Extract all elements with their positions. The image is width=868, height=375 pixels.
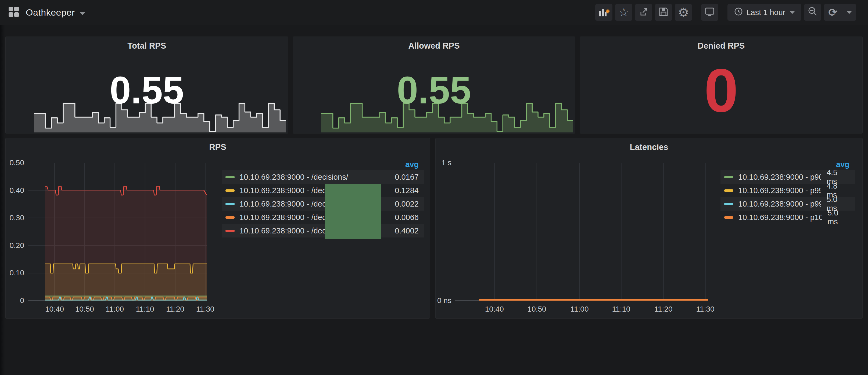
x-tick-label: 11:10 — [612, 305, 630, 313]
panel-denied-rps: Denied RPS 0 — [580, 36, 863, 133]
y-tick-label: 0.30 — [5, 214, 24, 222]
series-color-swatch — [724, 176, 733, 178]
panel-total-rps: Total RPS 0.55 — [5, 36, 288, 133]
x-tick-label: 10:50 — [75, 305, 94, 313]
x-tick-label: 10:40 — [45, 305, 64, 313]
y-tick-label: 0.40 — [5, 186, 24, 195]
legend-row[interactable]: 10.10.69.238:9000 - /decisions/0.1284 — [222, 184, 424, 197]
legend-row[interactable]: 10.10.69.238:9000 - /decisions/0.0167 — [222, 170, 424, 184]
y-tick-label: 0 ns — [434, 296, 452, 305]
series-color-swatch — [225, 176, 235, 178]
panel-title-total-rps[interactable]: Total RPS — [6, 41, 288, 51]
series-color-swatch — [225, 216, 235, 219]
allowed-rps-value: 0.55 — [293, 71, 575, 109]
dashboards-grid-icon[interactable] — [8, 6, 19, 19]
bar-chart-plus-icon — [598, 6, 610, 19]
latencies-plot-area[interactable] — [455, 163, 708, 301]
zoom-out-button[interactable] — [804, 4, 821, 21]
series-name[interactable]: 10.10.69.238:9000 - p100 — [738, 213, 822, 222]
dashboard-title[interactable]: Oathkeeper — [26, 7, 75, 18]
legend-row[interactable]: 10.10.69.238:9000 - p1005.0 ms — [720, 211, 855, 224]
series-color-swatch — [225, 230, 235, 232]
monitor-icon — [704, 6, 716, 19]
stat-row: Total RPS 0.55 Allowed RPS 0.55 Denied R… — [5, 36, 863, 133]
series-name[interactable]: 10.10.69.238:9000 - /decisions/ — [240, 173, 348, 182]
zoom-out-icon — [807, 6, 818, 19]
series-color-swatch — [225, 203, 235, 205]
legend-row[interactable]: 10.10.69.238:9000 - /decisions/0.4002 — [222, 224, 424, 238]
series-avg-value: 0.0167 — [390, 173, 419, 182]
rps-plot-area[interactable] — [28, 163, 207, 301]
x-tick-label: 10:50 — [528, 305, 546, 313]
x-tick-label: 11:10 — [136, 305, 154, 313]
star-button[interactable]: ☆ — [615, 4, 632, 21]
series-name[interactable]: 10.10.69.238:9000 - p95 — [738, 186, 821, 195]
rps-legend: avg10.10.69.238:9000 - /decisions/0.0167… — [222, 158, 424, 238]
panel-title-denied-rps[interactable]: Denied RPS — [580, 41, 862, 51]
y-tick-label: 1 s — [434, 158, 452, 167]
x-tick-label: 11:00 — [570, 305, 589, 313]
series-name[interactable]: 10.10.69.238:9000 - p99 — [738, 199, 821, 209]
x-tick-label: 10:40 — [485, 305, 504, 313]
series-name[interactable]: 10.10.69.238:9000 - p90 — [738, 173, 821, 182]
x-tick-label: 11:30 — [196, 305, 214, 313]
panel-allowed-rps: Allowed RPS 0.55 — [293, 36, 576, 133]
redaction-overlay — [325, 184, 381, 239]
time-range-label: Last 1 hour — [746, 8, 785, 17]
y-tick-label: 0.50 — [5, 158, 24, 167]
share-button[interactable] — [635, 4, 652, 21]
refresh-button[interactable]: ⟳ — [824, 4, 842, 21]
save-icon — [658, 6, 670, 19]
series-color-swatch — [724, 203, 733, 205]
y-tick-label: 0 — [5, 296, 24, 305]
x-tick-label: 11:20 — [654, 305, 673, 313]
clock-icon — [734, 7, 746, 18]
refresh-interval-chevron-down-icon — [846, 11, 852, 14]
series-avg-value: 0.4002 — [390, 226, 419, 235]
time-range-button[interactable]: Last 1 hour — [727, 4, 801, 21]
panel-title-latencies[interactable]: Latencies — [436, 143, 862, 152]
gear-icon: ⚙ — [678, 6, 689, 19]
panel-latencies-graph: Latencies 0 ns1 s10:4010:5011:0011:1011:… — [435, 138, 863, 319]
panel-title-allowed-rps[interactable]: Allowed RPS — [293, 41, 575, 51]
refresh-interval-button[interactable] — [842, 4, 856, 21]
save-button[interactable] — [655, 4, 672, 21]
series-color-swatch — [724, 216, 733, 219]
panel-rps-graph: RPS 00.100.200.300.400.5010:4010:5011:00… — [5, 138, 430, 319]
tv-mode-button[interactable] — [701, 4, 718, 21]
total-rps-value: 0.55 — [6, 71, 288, 109]
series-color-swatch — [724, 189, 733, 192]
dashboard-title-chevron-down-icon[interactable] — [80, 12, 85, 15]
legend-row[interactable]: 10.10.69.238:9000 - /decisions/0.0022 — [222, 197, 424, 211]
x-tick-label: 11:20 — [166, 305, 184, 313]
time-range-chevron-down-icon — [789, 11, 795, 14]
refresh-icon: ⟳ — [828, 7, 837, 18]
refresh-split-button: ⟳ — [824, 4, 856, 21]
navbar-left: Oathkeeper — [8, 6, 85, 19]
navbar: Oathkeeper ☆ — [0, 0, 868, 25]
settings-button[interactable]: ⚙ — [675, 4, 692, 21]
x-tick-label: 11:00 — [105, 305, 124, 313]
star-icon: ☆ — [619, 7, 629, 18]
x-tick-label: 11:30 — [696, 305, 715, 313]
y-tick-label: 0.20 — [5, 241, 24, 250]
series-avg-value: 5.0 ms — [822, 209, 849, 226]
series-color-swatch — [225, 189, 235, 192]
series-avg-value: 0.0022 — [390, 199, 419, 209]
series-avg-value: 0.0066 — [390, 213, 419, 222]
legend-avg-header[interactable]: avg — [222, 158, 424, 170]
share-icon — [638, 6, 650, 19]
navbar-actions: ☆ — [593, 4, 856, 21]
latencies-legend: avg10.10.69.238:9000 - p904.5 ms10.10.69… — [720, 158, 855, 224]
panel-title-rps[interactable]: RPS — [6, 143, 430, 152]
y-tick-label: 0.10 — [5, 269, 24, 277]
grafana-dashboard: Oathkeeper ☆ — [0, 0, 868, 375]
series-avg-value: 0.1284 — [390, 186, 419, 195]
add-panel-button[interactable] — [595, 4, 613, 21]
legend-row[interactable]: 10.10.69.238:9000 - /decisions/0.0066 — [222, 211, 424, 224]
denied-rps-value: 0 — [580, 60, 862, 121]
